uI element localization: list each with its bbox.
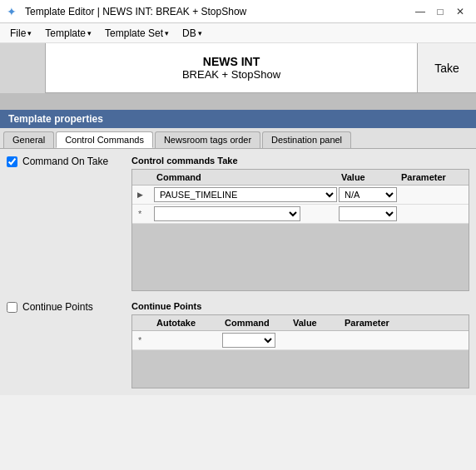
continue-new-row-star: * [136, 335, 152, 345]
tabs-bar: General Control Commands Newsroom tags o… [0, 128, 476, 149]
th-indicator [136, 171, 152, 183]
close-button[interactable]: ✕ [451, 2, 469, 21]
main-content: Command On Take Control commands Take Co… [0, 149, 476, 298]
continue-section: Continue Points Continue Points Autotake… [0, 298, 476, 395]
cth-parameter: Parameter [342, 317, 409, 329]
new-command-select[interactable]: PAUSE_TIMELINE PLAY_TIMELINE [154, 206, 300, 221]
cth-command: Command [222, 317, 289, 329]
new-value-select[interactable]: N/A [339, 206, 397, 221]
tab-general[interactable]: General [3, 131, 54, 148]
value-select[interactable]: N/A True False [339, 187, 397, 202]
new-row-star: * [136, 209, 152, 219]
cth-autotake: Autotake [154, 317, 221, 329]
menu-template[interactable]: Template ▾ [38, 26, 98, 41]
continue-points-checkbox[interactable] [7, 302, 17, 313]
command-on-take-checkbox[interactable] [7, 156, 17, 167]
gray-strip [0, 93, 476, 110]
continue-table-header: Autotake Command Value Parameter [132, 315, 469, 331]
continue-points-table: Autotake Command Value Parameter * PAUSE… [131, 314, 469, 388]
menu-template-set[interactable]: Template Set ▾ [98, 26, 176, 41]
window-title: Template Editor | NEWS INT: BREAK + Stop… [25, 6, 411, 17]
control-commands-panel: Control commands Take Command Value Para… [131, 156, 469, 291]
menu-db-arrow: ▾ [198, 29, 202, 37]
continue-new-row: * PAUSE_TIMELINE [132, 331, 469, 350]
commands-table-empty-body [132, 224, 469, 290]
continue-points-label: Continue Points [22, 301, 93, 313]
control-commands-label: Control commands Take [131, 156, 469, 166]
continue-command-select[interactable]: PAUSE_TIMELINE [222, 333, 275, 348]
cth-indicator [136, 317, 152, 329]
th-value: Value [339, 171, 397, 183]
continue-points-section-label: Continue Points [131, 301, 469, 311]
cth-value: Value [290, 317, 340, 329]
window-controls: — □ ✕ [411, 2, 469, 21]
titlebar: ✦ Template Editor | NEWS INT: BREAK + St… [0, 0, 476, 23]
row-indicator: ▶ [136, 190, 152, 199]
commands-table-header: Command Value Parameter [132, 170, 469, 186]
top-area: NEWS INT BREAK + StopShow Take [0, 43, 476, 93]
th-command: Command [154, 171, 337, 183]
menu-file[interactable]: File ▾ [3, 26, 38, 41]
tab-control-commands[interactable]: Control Commands [56, 131, 153, 148]
control-commands-table: Command Value Parameter ▶ PAUSE_TIMELINE… [131, 169, 469, 291]
left-panel: Command On Take [7, 156, 123, 291]
menubar: File ▾ Template ▾ Template Set ▾ DB ▾ [0, 23, 476, 43]
desc-area [7, 174, 123, 207]
news-title: NEWS INT [203, 55, 260, 68]
tab-destination-panel[interactable]: Destination panel [262, 131, 351, 148]
continue-points-row: Continue Points [7, 301, 123, 313]
maximize-button[interactable]: □ [431, 2, 449, 21]
menu-template-arrow: ▾ [87, 29, 92, 37]
minimize-button[interactable]: — [411, 2, 429, 21]
command-on-take-row: Command On Take [7, 156, 123, 167]
news-subtitle: BREAK + StopShow [182, 68, 280, 81]
command-on-take-label: Command On Take [22, 156, 108, 167]
new-command-row: * PAUSE_TIMELINE PLAY_TIMELINE N/A [132, 205, 469, 224]
props-header: Template properties [0, 110, 476, 128]
menu-db[interactable]: DB ▾ [176, 26, 209, 41]
table-row: ▶ PAUSE_TIMELINE PLAY_TIMELINE STOP_TIME… [132, 186, 469, 205]
command-select[interactable]: PAUSE_TIMELINE PLAY_TIMELINE STOP_TIMELI… [154, 187, 337, 202]
news-info: NEWS INT BREAK + StopShow [46, 43, 418, 92]
tab-newsroom-tags[interactable]: Newsroom tags order [155, 131, 260, 148]
thumbnail [0, 43, 46, 93]
take-button[interactable]: Take [418, 43, 476, 92]
template-properties-panel: Template properties General Control Comm… [0, 110, 476, 395]
menu-template-set-arrow: ▾ [165, 29, 169, 37]
continue-left-panel: Continue Points [7, 301, 123, 388]
menu-file-arrow: ▾ [27, 29, 32, 37]
th-parameter: Parameter [399, 171, 465, 183]
app-icon: ✦ [7, 5, 20, 18]
continue-table-empty-body [132, 350, 469, 388]
continue-right-panel: Continue Points Autotake Command Value P… [131, 301, 469, 388]
